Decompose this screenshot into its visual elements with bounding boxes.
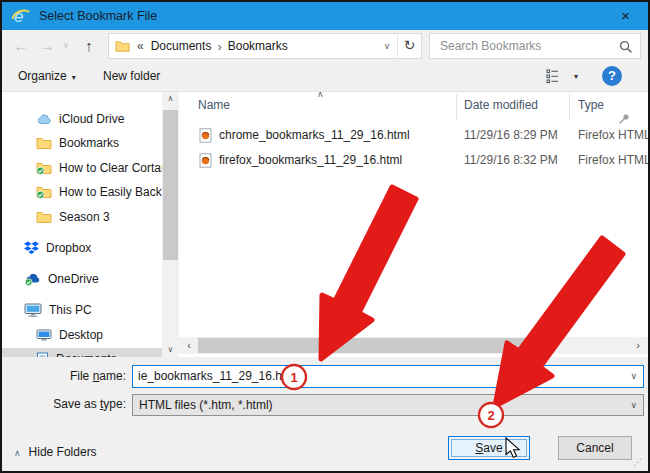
up-button[interactable]: ↑ (78, 30, 100, 62)
sidebar-item-label: Desktop (59, 328, 103, 342)
organize-button[interactable]: Organize▾ (18, 62, 76, 91)
details-view-icon[interactable] (546, 69, 562, 84)
help-button[interactable]: ? (602, 66, 622, 86)
scroll-down-icon[interactable]: ∨ (162, 343, 179, 357)
scrollbar-thumb[interactable] (163, 110, 178, 260)
file-name-label: File name: (2, 369, 126, 383)
breadcrumb-item-bookmarks[interactable]: Bookmarks (224, 39, 292, 53)
column-header-name[interactable]: Name (198, 98, 230, 120)
sidebar-item-label: Bookmarks (59, 136, 119, 150)
folder-icon (115, 40, 130, 53)
scroll-up-icon[interactable]: ∧ (162, 92, 179, 106)
sidebar-item-label: Dropbox (46, 241, 91, 255)
firefox-html-file-icon (199, 153, 212, 171)
file-name-input[interactable]: ie_bookmarks_11_29_16.html ∨ (132, 365, 644, 388)
scrollbar-thumb[interactable] (198, 338, 542, 353)
screenshot-frame: e Select Bookmark File × ← → ∨ ↑ « Docum… (0, 0, 650, 473)
address-dropdown-button[interactable]: ∨ (377, 41, 397, 51)
file-type-cell: Firefox HTML (578, 153, 648, 167)
sidebar-scrollbar[interactable]: ∧ ∨ (162, 92, 179, 357)
history-dropdown-button[interactable]: ∨ (59, 30, 73, 62)
sidebar-item-desktop[interactable]: Desktop (2, 324, 162, 346)
select-bookmark-file-dialog: e Select Bookmark File × ← → ∨ ↑ « Docum… (2, 2, 648, 471)
text-caret (299, 369, 300, 382)
address-bar[interactable]: « Documents › Bookmarks ∨ ↻ (108, 33, 422, 59)
file-row-chrome-bookmarks[interactable]: chrome_bookmarks_11_29_16.html 11/29/16 … (179, 124, 648, 148)
sidebar-item-this-pc[interactable]: This PC (2, 299, 162, 321)
save-button[interactable]: Save (448, 436, 530, 460)
folder-synced-icon (36, 186, 52, 199)
column-header-type[interactable]: Type (578, 98, 604, 120)
cancel-button[interactable]: Cancel (558, 436, 632, 460)
computer-icon (24, 303, 42, 317)
sidebar-item-label: Season 3 (59, 210, 110, 224)
dropbox-icon (24, 241, 39, 255)
scroll-right-icon[interactable]: › (630, 337, 646, 354)
folder-synced-icon (36, 162, 52, 175)
firefox-html-file-icon (199, 128, 212, 146)
sidebar-item-label: iCloud Drive (59, 112, 124, 126)
file-name-value: ie_bookmarks_11_29_16.html (138, 369, 298, 383)
new-folder-label: New folder (103, 69, 160, 83)
window-title: Select Bookmark File (39, 9, 157, 23)
desktop-icon (36, 329, 52, 341)
dialog-footer: File name: ie_bookmarks_11_29_16.html ∨ … (2, 357, 648, 471)
view-dropdown-button[interactable]: ▾ (574, 62, 578, 91)
breadcrumb-collapsed-button[interactable]: « (134, 39, 147, 53)
title-bar: e Select Bookmark File × (2, 2, 648, 30)
sidebar-item-label: This PC (49, 303, 92, 317)
sidebar-item-label: How to Easily Back U (59, 185, 162, 199)
content-area: iCloud Drive Bookmarks How to Clear Cort… (2, 92, 648, 357)
column-divider[interactable] (569, 94, 570, 120)
resize-grip[interactable]: ⋰ (633, 457, 643, 467)
column-header-date-modified[interactable]: Date modified (464, 98, 538, 120)
refresh-button[interactable]: ↻ (397, 33, 421, 59)
search-icon[interactable] (619, 40, 633, 54)
save-as-type-select[interactable]: HTML files (*.htm, *.html) ∨ (132, 394, 644, 416)
save-as-type-label: Save as type: (2, 397, 126, 411)
column-divider[interactable] (456, 94, 457, 120)
sort-ascending-icon: ∧ (317, 92, 324, 99)
sidebar-item-onedrive[interactable]: OneDrive (2, 268, 162, 290)
search-input[interactable] (438, 35, 608, 57)
forward-button[interactable]: → (36, 30, 58, 62)
breadcrumb-item-documents[interactable]: Documents (147, 39, 216, 53)
sidebar-item-how-to-clear-cortana[interactable]: How to Clear Cortan (2, 157, 162, 179)
cloud-icon (36, 113, 52, 125)
file-name-cell: firefox_bookmarks_11_29_16.html (219, 153, 402, 167)
organize-label: Organize (18, 69, 67, 83)
chevron-up-icon: ∧ (14, 448, 21, 458)
save-as-type-value: HTML files (*.htm, *.html) (139, 398, 273, 412)
file-name-cell: chrome_bookmarks_11_29_16.html (219, 128, 410, 142)
close-button[interactable]: × (615, 2, 636, 30)
new-folder-button[interactable]: New folder (103, 62, 160, 91)
file-row-firefox-bookmarks[interactable]: firefox_bookmarks_11_29_16.html 11/29/16… (179, 149, 648, 173)
horizontal-scrollbar[interactable]: ‹ › (179, 337, 648, 354)
sidebar-item-dropbox[interactable]: Dropbox (2, 237, 162, 259)
file-list: ∧ Name Date modified Type chrome_bookmar… (179, 92, 648, 357)
sidebar-item-label: How to Clear Cortan (59, 161, 162, 175)
file-date-cell: 11/29/16 8:32 PM (464, 153, 558, 167)
internet-explorer-icon: e (11, 6, 31, 26)
breadcrumb-separator-icon: › (215, 39, 223, 54)
scroll-left-icon[interactable]: ‹ (181, 337, 197, 354)
sidebar-item-season-3[interactable]: Season 3 (2, 206, 162, 228)
chevron-down-icon[interactable]: ∨ (630, 395, 637, 416)
sidebar-item-icloud-drive[interactable]: iCloud Drive (2, 108, 162, 130)
folder-icon (36, 211, 52, 224)
file-type-cell: Firefox HTML (578, 128, 648, 142)
onedrive-icon (24, 273, 41, 286)
sidebar-item-label: OneDrive (48, 272, 99, 286)
file-date-cell: 11/29/16 8:29 PM (464, 128, 558, 142)
hide-folders-button[interactable]: ∧Hide Folders (14, 445, 97, 459)
back-button[interactable]: ← (10, 30, 32, 62)
chevron-down-icon: ▾ (72, 73, 76, 82)
search-box (429, 33, 641, 59)
chevron-down-icon[interactable]: ∨ (630, 366, 637, 387)
folder-icon (36, 137, 52, 150)
navigation-bar: ← → ∨ ↑ « Documents › Bookmarks ∨ ↻ (2, 30, 648, 62)
sidebar-item-bookmarks[interactable]: Bookmarks (2, 132, 162, 154)
hide-folders-label: Hide Folders (29, 445, 97, 459)
sidebar-item-how-to-easily-back-up[interactable]: How to Easily Back U (2, 181, 162, 203)
command-toolbar: Organize▾ New folder ▾ ? (2, 62, 648, 92)
